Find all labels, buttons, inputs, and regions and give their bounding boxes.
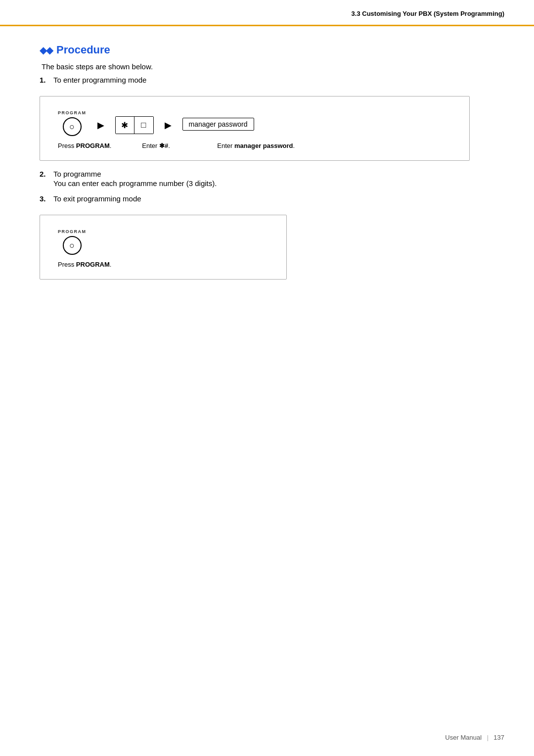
intro-text: The basic steps are shown below. xyxy=(42,62,504,71)
label-press-2: Press PROGRAM. xyxy=(58,261,111,268)
section-heading-text: Procedure xyxy=(56,44,110,56)
footer-page-number: 137 xyxy=(493,734,504,741)
label-press-program-2: Press PROGRAM. xyxy=(58,260,111,268)
key-group-star-hash: ✱ □ xyxy=(115,116,154,134)
label-star-hash-bold: ✱# xyxy=(159,142,168,149)
program-circle-icon: ○ xyxy=(63,117,82,136)
step-1: 1. To enter programming mode xyxy=(40,76,504,84)
page-header: 3.3 Customising Your PBX (System Program… xyxy=(352,10,504,17)
program-button-group: PROGRAM ○ xyxy=(58,110,87,136)
step-2: 2. To programme You can enter each progr… xyxy=(40,170,504,188)
label-program-bold: PROGRAM xyxy=(76,142,110,149)
footer-separator xyxy=(488,735,488,741)
manager-pw-label: manager password xyxy=(189,120,248,128)
hash-key: □ xyxy=(134,116,153,134)
page-container: 3.3 Customising Your PBX (System Program… xyxy=(0,0,534,756)
step-3-number: 3. xyxy=(40,194,53,203)
step-1-content: To enter programming mode xyxy=(53,76,504,84)
label-mgr-bold: manager password xyxy=(234,142,293,149)
program-button-group-2: PROGRAM ○ xyxy=(58,229,87,255)
step-2-number: 2. xyxy=(40,170,53,178)
diagram-2-box: PROGRAM ○ Press PROGRAM. xyxy=(40,215,287,280)
diagram-2-labels-row: Press PROGRAM. xyxy=(58,260,268,268)
label-program-bold-2: PROGRAM xyxy=(76,261,110,268)
program-label-2: PROGRAM xyxy=(58,229,87,234)
label-press-program: Press PROGRAM. xyxy=(58,141,111,149)
program-label: PROGRAM xyxy=(58,110,87,115)
label-press: Press PROGRAM. xyxy=(58,142,111,149)
program-circle-icon-2: ○ xyxy=(63,236,82,255)
step-3-text: To exit programming mode xyxy=(53,194,141,203)
step-2-content: To programme You can enter each programm… xyxy=(53,170,504,188)
top-rule xyxy=(0,25,534,26)
diagram-1-box: PROGRAM ○ ▶ ✱ □ ▶ manager password xyxy=(40,96,470,161)
manager-password-box: manager password xyxy=(182,118,254,131)
step-1-number: 1. xyxy=(40,76,53,84)
step-2-subtext: You can enter each programme number (3 d… xyxy=(53,179,504,188)
section-heading: ◆◆ Procedure xyxy=(40,44,504,56)
step-3-content: To exit programming mode xyxy=(53,194,504,203)
label-enter-mgr-pw: Enter manager password. xyxy=(217,141,296,149)
arrow-2-icon: ▶ xyxy=(165,120,172,131)
main-content: ◆◆ Procedure The basic steps are shown b… xyxy=(40,35,504,288)
star-key: ✱ xyxy=(116,116,134,134)
page-footer: User Manual 137 xyxy=(445,734,504,741)
diamonds-icon: ◆◆ xyxy=(40,44,52,56)
diagram-1-labels-row: Press PROGRAM. Enter ✱#. Enter manager p… xyxy=(58,141,451,149)
footer-label: User Manual xyxy=(445,734,482,741)
step-3: 3. To exit programming mode xyxy=(40,194,504,203)
diagram-2-icons-row: PROGRAM ○ xyxy=(58,229,268,255)
arrow-1-icon: ▶ xyxy=(97,120,104,131)
step-2-text: To programme xyxy=(53,170,504,178)
label-enter-star-hash: Enter ✱#. xyxy=(142,141,186,149)
diagram-1-icons-row: PROGRAM ○ ▶ ✱ □ ▶ manager password xyxy=(58,110,451,136)
step-1-text: To enter programming mode xyxy=(53,76,146,84)
label-enter: Enter ✱#. xyxy=(142,142,170,149)
label-enter-mgr: Enter manager password. xyxy=(217,142,295,149)
section-title-header: 3.3 Customising Your PBX (System Program… xyxy=(352,10,504,17)
star-hash-key-group: ✱ □ xyxy=(115,114,154,134)
